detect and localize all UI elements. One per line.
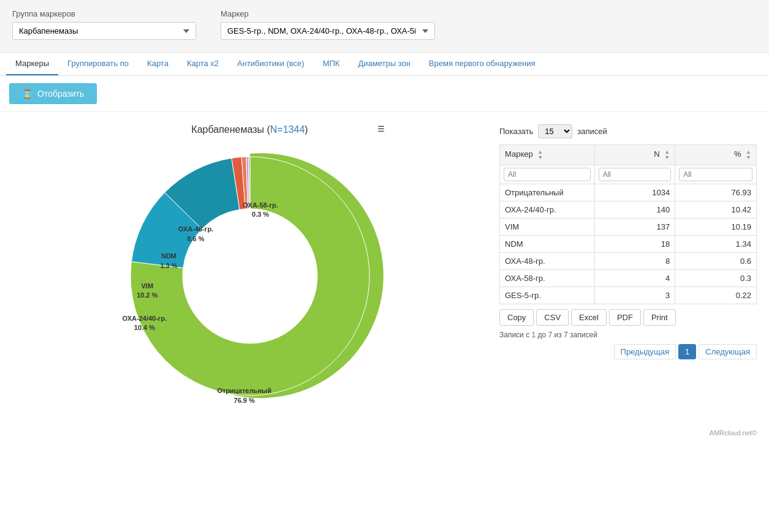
label-oxa48: ОХА-48-гр.0.6 % bbox=[178, 225, 213, 244]
excel-button[interactable]: Excel bbox=[571, 309, 607, 326]
tab-map-x2[interactable]: Карта х2 bbox=[178, 53, 228, 75]
cell-pct: 1.34 bbox=[675, 236, 757, 253]
cell-pct: 0.3 bbox=[675, 270, 757, 287]
pdf-button[interactable]: PDF bbox=[609, 309, 641, 326]
pagination: Предыдущая 1 Следующая bbox=[499, 344, 757, 359]
data-table: Маркер ▲▼ N ▲▼ % ▲▼ bbox=[499, 144, 757, 304]
tab-antibiotics[interactable]: Антибиотики (все) bbox=[228, 53, 314, 75]
copy-button[interactable]: Copy bbox=[499, 309, 534, 326]
records-label: записей bbox=[577, 127, 607, 136]
cell-n: 8 bbox=[594, 253, 675, 270]
cell-marker: NDM bbox=[500, 236, 595, 253]
cell-marker: VIM bbox=[500, 219, 595, 236]
table-row: GES-5-гр. 3 0.22 bbox=[500, 287, 757, 304]
col-pct[interactable]: % ▲▼ bbox=[675, 145, 757, 165]
info-to[interactable]: 7 bbox=[548, 331, 553, 339]
show-select[interactable]: 15 10 25 50 100 bbox=[538, 124, 572, 138]
export-buttons: Copy CSV Excel PDF Print bbox=[499, 309, 757, 326]
tab-bar: Маркеры Группировать по Карта Карта х2 А… bbox=[0, 53, 769, 76]
sort-arrows-n: ▲▼ bbox=[664, 149, 670, 160]
cell-pct: 10.19 bbox=[675, 219, 757, 236]
print-button[interactable]: Print bbox=[643, 309, 676, 326]
page-1-button[interactable]: 1 bbox=[678, 344, 696, 359]
cell-marker: ОХА-48-гр. bbox=[500, 253, 595, 270]
tab-mic[interactable]: МПК bbox=[314, 53, 349, 75]
filter-marker[interactable] bbox=[504, 168, 591, 181]
top-filters: Группа маркеров Карбапенемазы Маркер GES… bbox=[0, 0, 769, 53]
cell-n: 1034 bbox=[594, 184, 675, 201]
chart-title-text: Карбапенемазы bbox=[191, 124, 264, 135]
cell-marker: Отрицательный bbox=[500, 184, 595, 201]
footer-credit: AMRcloud.net© bbox=[0, 423, 769, 443]
chart-title: Карбапенемазы (N=1344) bbox=[191, 124, 308, 135]
cell-marker: ОХА-58-гр. bbox=[500, 270, 595, 287]
cell-pct: 76.93 bbox=[675, 184, 757, 201]
prev-button[interactable]: Предыдущая bbox=[614, 344, 676, 359]
table-controls: Показать 15 10 25 50 100 записей bbox=[499, 124, 757, 138]
sort-arrows-pct: ▲▼ bbox=[746, 149, 751, 160]
table-row: NDM 18 1.34 bbox=[500, 236, 757, 253]
donut-chart-svg bbox=[115, 141, 385, 411]
table-row: ОХА-58-гр. 4 0.3 bbox=[500, 270, 757, 287]
col-marker[interactable]: Маркер ▲▼ bbox=[500, 145, 595, 165]
table-section: Показать 15 10 25 50 100 записей Маркер … bbox=[499, 124, 757, 411]
donut-chart: ОХА-58-гр.0.3 % ОХА-48-гр.0.6 % NDM1.3 %… bbox=[115, 141, 385, 411]
cell-n: 140 bbox=[594, 201, 675, 219]
label-oxa58: ОХА-58-гр.0.3 % bbox=[243, 201, 278, 220]
display-button-label: Отобразить bbox=[37, 89, 84, 99]
cell-n: 137 bbox=[594, 219, 675, 236]
table-row: ОХА-24/40-гр. 140 10.42 bbox=[500, 201, 757, 219]
tab-group-by[interactable]: Группировать по bbox=[58, 53, 138, 75]
marker-group-select[interactable]: Карбапенемазы bbox=[12, 22, 196, 40]
cell-n: 3 bbox=[594, 287, 675, 304]
cell-pct: 10.42 bbox=[675, 201, 757, 219]
tab-first-detection[interactable]: Время первого обнаружения bbox=[420, 53, 545, 75]
next-button[interactable]: Следующая bbox=[699, 344, 757, 359]
sort-arrows-marker: ▲▼ bbox=[537, 149, 543, 160]
cell-n: 4 bbox=[594, 270, 675, 287]
cell-marker: GES-5-гр. bbox=[500, 287, 595, 304]
marker-select[interactable]: GES-5-гр., NDM, ОХА-24/40-гр., ОХА-48-гр… bbox=[221, 22, 435, 40]
table-info: Записи с 1 до 7 из 7 записей bbox=[499, 331, 757, 339]
tab-zone-diameters[interactable]: Диаметры зон bbox=[349, 53, 419, 75]
info-from[interactable]: 1 bbox=[532, 331, 536, 339]
label-vim: VIM10.2 % bbox=[137, 282, 157, 301]
tab-markers[interactable]: Маркеры bbox=[6, 53, 58, 75]
display-button[interactable]: ⏳ Отобразить bbox=[9, 83, 97, 104]
table-filter-row bbox=[500, 165, 757, 184]
table-row: VIM 137 10.19 bbox=[500, 219, 757, 236]
chart-section: Карбапенемазы (N=1344) ☰ bbox=[12, 124, 487, 411]
filter-n[interactable] bbox=[599, 168, 672, 181]
cell-n: 18 bbox=[594, 236, 675, 253]
table-body: Отрицательный 1034 76.93 ОХА-24/40-гр. 1… bbox=[500, 184, 757, 304]
csv-button[interactable]: CSV bbox=[536, 309, 569, 326]
label-ndm: NDM1.3 % bbox=[160, 252, 177, 271]
main-content: Карбапенемазы (N=1344) ☰ bbox=[0, 112, 769, 423]
chart-n-value: N=1344 bbox=[270, 124, 305, 135]
show-label: Показать bbox=[499, 127, 533, 136]
marker-group-label: Группа маркеров bbox=[12, 9, 196, 18]
label-oxa24: ОХА-24/40-гр.10.4 % bbox=[123, 314, 167, 333]
label-negative: Отрицательный76.9 % bbox=[217, 386, 271, 405]
marker-group-filter: Группа маркеров Карбапенемазы bbox=[12, 9, 196, 40]
chart-menu-icon[interactable]: ☰ bbox=[377, 124, 385, 133]
marker-filter: Маркер GES-5-гр., NDM, ОХА-24/40-гр., ОХ… bbox=[221, 9, 435, 40]
cell-marker: ОХА-24/40-гр. bbox=[500, 201, 595, 219]
table-row: ОХА-48-гр. 8 0.6 bbox=[500, 253, 757, 270]
col-n[interactable]: N ▲▼ bbox=[594, 145, 675, 165]
table-header-row: Маркер ▲▼ N ▲▼ % ▲▼ bbox=[500, 145, 757, 165]
marker-label: Маркер bbox=[221, 9, 435, 18]
tab-map[interactable]: Карта bbox=[138, 53, 178, 75]
display-icon: ⏳ bbox=[22, 89, 32, 99]
action-bar: ⏳ Отобразить bbox=[0, 76, 769, 112]
table-row: Отрицательный 1034 76.93 bbox=[500, 184, 757, 201]
filter-pct[interactable] bbox=[679, 168, 752, 181]
cell-pct: 0.6 bbox=[675, 253, 757, 270]
cell-pct: 0.22 bbox=[675, 287, 757, 304]
